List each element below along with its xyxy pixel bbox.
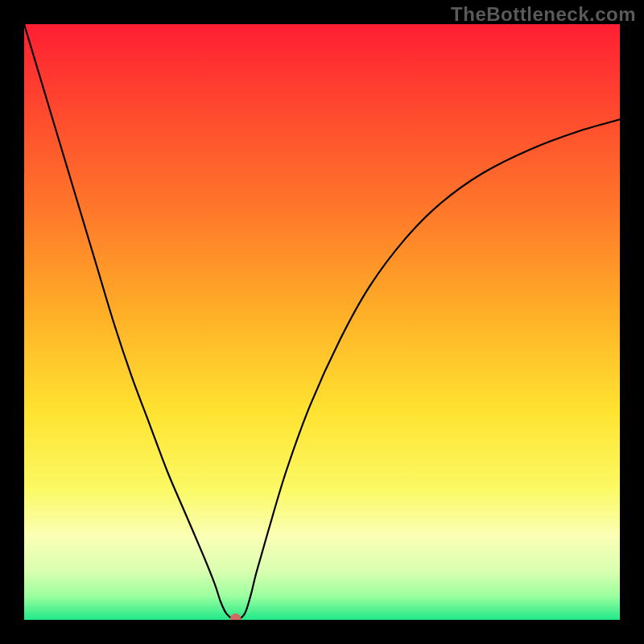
- chart-svg: [24, 24, 620, 620]
- watermark-text: TheBottleneck.com: [451, 3, 636, 26]
- plot-area: [24, 24, 620, 620]
- chart-frame: TheBottleneck.com: [0, 0, 644, 644]
